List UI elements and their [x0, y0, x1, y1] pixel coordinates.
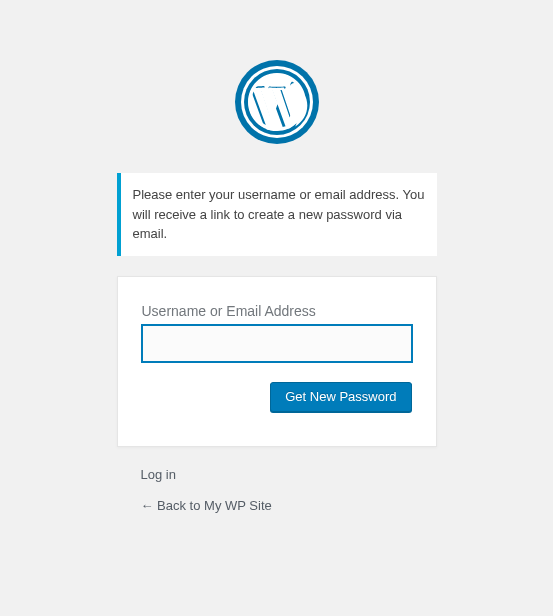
nav-links: Log in ← Back to My WP Site	[117, 467, 437, 513]
login-container: Please enter your username or email addr…	[117, 60, 437, 513]
user-login-label: Username or Email Address	[142, 303, 412, 319]
info-message-text: Please enter your username or email addr…	[133, 187, 425, 241]
lost-password-form: Username or Email Address Get New Passwo…	[117, 276, 437, 448]
wordpress-logo-icon	[235, 60, 319, 148]
login-link[interactable]: Log in	[141, 467, 413, 482]
logo-container	[117, 60, 437, 148]
user-login-input[interactable]	[142, 325, 412, 363]
back-to-site-link[interactable]: ← Back to My WP Site	[141, 498, 413, 513]
info-message: Please enter your username or email addr…	[117, 173, 437, 256]
get-new-password-button[interactable]: Get New Password	[270, 382, 411, 412]
submit-row: Get New Password	[142, 382, 412, 412]
